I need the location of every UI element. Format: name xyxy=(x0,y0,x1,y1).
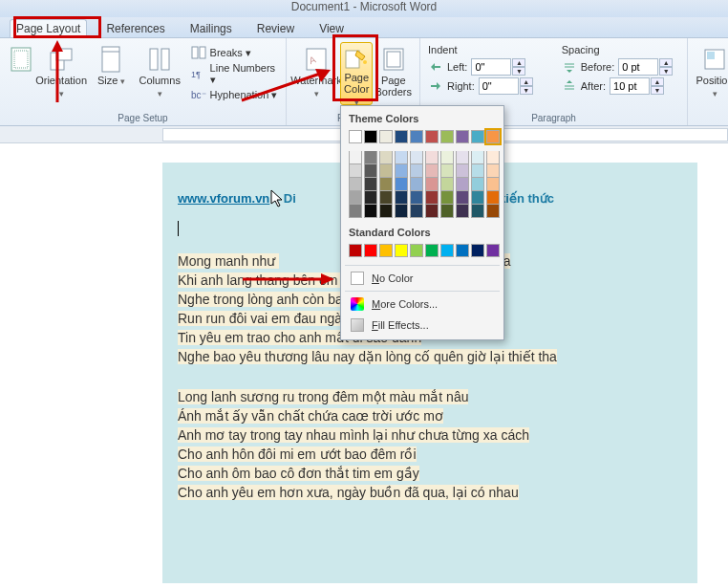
spin-down[interactable]: ▼ xyxy=(659,67,673,76)
document-line[interactable]: Cho anh hôn đôi mi em ướt bao đêm rồi xyxy=(178,446,682,462)
theme-shade-swatch[interactable] xyxy=(364,205,377,218)
theme-shade-swatch[interactable] xyxy=(349,164,362,178)
theme-shade-swatch[interactable] xyxy=(395,178,408,191)
theme-shade-swatch[interactable] xyxy=(440,191,454,205)
tab-mailings[interactable]: Mailings xyxy=(184,20,238,37)
more-colors-item[interactable]: More Colors... xyxy=(345,294,500,315)
theme-shade-swatch[interactable] xyxy=(471,205,484,218)
document-line[interactable]: Ánh mắt ấy vẫn chất chứa caœ trời ước mơ xyxy=(178,408,682,424)
theme-shade-swatch[interactable] xyxy=(364,164,377,178)
indent-left-input[interactable]: ▲▼ xyxy=(471,58,525,76)
standard-swatch[interactable] xyxy=(486,244,500,257)
theme-shade-swatch[interactable] xyxy=(471,164,484,178)
line-numbers-button[interactable]: 1¶ Line Numbers ▾ xyxy=(191,64,278,83)
indent-right-input[interactable]: ▲▼ xyxy=(479,77,533,95)
theme-swatch[interactable] xyxy=(410,130,423,143)
document-line[interactable]: Long lanh sương ru trong đêm một màu mắt… xyxy=(178,389,682,404)
no-color-item[interactable]: No Color xyxy=(345,268,500,289)
theme-shade-swatch[interactable] xyxy=(471,178,484,191)
document-line[interactable]: Cho anh ôm bao cô đơn thắt tim em gầy xyxy=(178,466,682,481)
standard-swatch[interactable] xyxy=(425,244,439,257)
theme-shade-swatch[interactable] xyxy=(379,164,393,178)
theme-shade-swatch[interactable] xyxy=(379,191,393,205)
theme-shade-swatch[interactable] xyxy=(440,164,454,178)
theme-shade-swatch[interactable] xyxy=(379,178,393,191)
columns-button[interactable]: Columns xyxy=(137,42,183,105)
theme-shade-swatch[interactable] xyxy=(425,164,439,178)
theme-shade-swatch[interactable] xyxy=(486,164,500,178)
header-link[interactable]: www.vforum.vn xyxy=(178,191,269,206)
theme-shade-swatch[interactable] xyxy=(395,191,408,205)
theme-shade-swatch[interactable] xyxy=(379,151,393,164)
theme-shade-swatch[interactable] xyxy=(379,205,393,218)
fill-effects-item[interactable]: Fill Effects... xyxy=(345,315,500,336)
tab-review[interactable]: Review xyxy=(251,20,300,37)
spin-up[interactable]: ▲ xyxy=(651,77,664,86)
theme-shade-swatch[interactable] xyxy=(349,178,362,191)
theme-shade-swatch[interactable] xyxy=(456,191,469,205)
tab-references[interactable]: References xyxy=(100,20,170,37)
watermark-button[interactable]: A Watermark xyxy=(294,42,338,105)
spin-down[interactable]: ▼ xyxy=(651,86,664,95)
theme-shade-swatch[interactable] xyxy=(395,151,408,164)
page-color-button[interactable]: Page Color xyxy=(340,42,373,105)
theme-swatch[interactable] xyxy=(364,130,377,143)
standard-swatch[interactable] xyxy=(364,244,377,257)
tab-view[interactable]: View xyxy=(313,20,350,37)
theme-shade-swatch[interactable] xyxy=(440,178,454,191)
theme-swatch[interactable] xyxy=(395,130,408,143)
theme-shade-swatch[interactable] xyxy=(395,205,408,218)
spin-up[interactable]: ▲ xyxy=(512,58,525,67)
theme-shade-swatch[interactable] xyxy=(410,164,423,178)
standard-swatch[interactable] xyxy=(410,244,423,257)
theme-shade-swatch[interactable] xyxy=(456,205,469,218)
theme-swatch[interactable] xyxy=(456,130,469,143)
standard-swatch[interactable] xyxy=(471,244,484,257)
theme-shade-swatch[interactable] xyxy=(364,151,377,164)
size-button[interactable]: Size xyxy=(88,42,135,105)
position-button[interactable]: Position xyxy=(696,42,728,105)
spin-down[interactable]: ▼ xyxy=(512,67,525,76)
document-line[interactable]: Nghe bao yêu thương lâu nay dặn lòng cố … xyxy=(178,349,682,364)
document-line[interactable]: Anh mơ tay trong tay nhau mình lại như c… xyxy=(178,427,682,443)
theme-shade-swatch[interactable] xyxy=(456,178,469,191)
theme-shade-swatch[interactable] xyxy=(349,205,362,218)
theme-shade-swatch[interactable] xyxy=(364,191,377,205)
theme-swatch[interactable] xyxy=(349,130,362,143)
theme-shade-swatch[interactable] xyxy=(440,151,454,164)
theme-shade-swatch[interactable] xyxy=(410,178,423,191)
theme-shade-swatch[interactable] xyxy=(349,191,362,205)
theme-swatch[interactable] xyxy=(471,130,484,143)
spacing-before-input[interactable]: ▲▼ xyxy=(618,58,673,76)
standard-swatch[interactable] xyxy=(440,244,454,257)
theme-shade-swatch[interactable] xyxy=(471,151,484,164)
standard-swatch[interactable] xyxy=(379,244,393,257)
spin-up[interactable]: ▲ xyxy=(520,77,533,86)
standard-swatch[interactable] xyxy=(395,244,408,257)
theme-shade-swatch[interactable] xyxy=(471,191,484,205)
page-borders-button[interactable]: Page Borders xyxy=(375,42,412,105)
theme-shade-swatch[interactable] xyxy=(349,151,362,164)
breaks-button[interactable]: Breaks ▾ xyxy=(191,43,278,62)
theme-shade-swatch[interactable] xyxy=(425,151,439,164)
orientation-button[interactable]: Orientation xyxy=(36,42,86,105)
spin-down[interactable]: ▼ xyxy=(520,86,533,95)
theme-shade-swatch[interactable] xyxy=(486,205,500,218)
theme-shade-swatch[interactable] xyxy=(440,205,454,218)
standard-swatch[interactable] xyxy=(456,244,469,257)
theme-shade-swatch[interactable] xyxy=(425,191,439,205)
spacing-after-input[interactable]: ▲▼ xyxy=(610,77,664,95)
theme-shade-swatch[interactable] xyxy=(395,164,408,178)
theme-swatch[interactable] xyxy=(440,130,454,143)
theme-swatch[interactable] xyxy=(425,130,439,143)
theme-shade-swatch[interactable] xyxy=(410,205,423,218)
theme-shade-swatch[interactable] xyxy=(486,191,500,205)
spin-up[interactable]: ▲ xyxy=(659,58,673,67)
theme-shade-swatch[interactable] xyxy=(456,151,469,164)
theme-shade-swatch[interactable] xyxy=(410,151,423,164)
theme-shade-swatch[interactable] xyxy=(456,164,469,178)
theme-shade-swatch[interactable] xyxy=(425,205,439,218)
document-line[interactable]: Cho anh yêu em hơn xưa, ngày buồn đã qua… xyxy=(178,485,682,500)
standard-swatch[interactable] xyxy=(349,244,362,257)
theme-shade-swatch[interactable] xyxy=(410,191,423,205)
